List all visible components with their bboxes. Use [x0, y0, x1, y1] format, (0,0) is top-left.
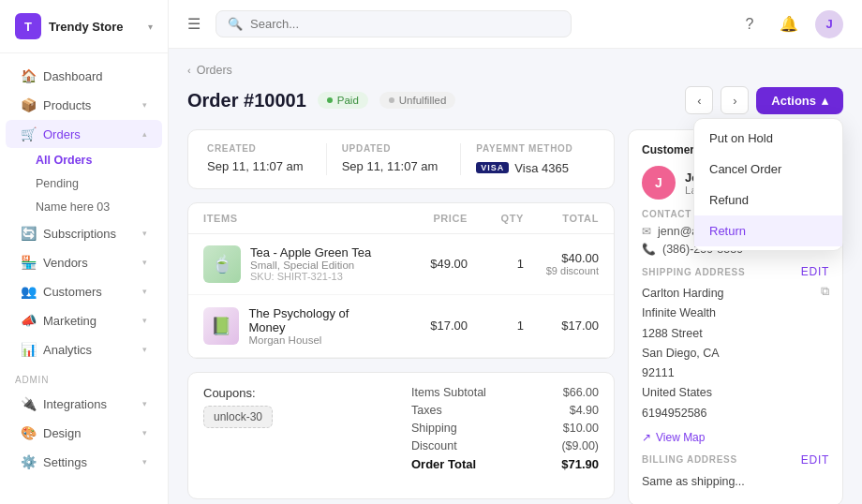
discount-value: ($9.00): [561, 439, 599, 452]
user-avatar[interactable]: J: [815, 10, 843, 38]
coupons-left: Coupons: unlock-30: [203, 386, 273, 428]
vendors-icon: 🏪: [21, 255, 36, 270]
view-map-link[interactable]: ↗ View Map: [642, 431, 829, 444]
shipping-label: Shipping: [411, 422, 457, 435]
sidebar-subitem-all-orders[interactable]: All Orders: [36, 149, 162, 171]
item-details: Tea - Apple Green Tea Small, Special Edi…: [250, 245, 371, 282]
prev-order-button[interactable]: ‹: [685, 86, 713, 114]
item-details: The Psychology of Money Morgan Housel: [248, 306, 383, 346]
chevron-down-icon: ▾: [142, 258, 147, 267]
analytics-icon: 📊: [21, 342, 36, 357]
table-row: 🍵 Tea - Apple Green Tea Small, Special E…: [188, 234, 614, 295]
settings-icon: ⚙️: [21, 454, 36, 469]
dropdown-item-cancel-order[interactable]: Cancel Order: [694, 154, 842, 185]
dropdown-item-refund[interactable]: Refund: [694, 185, 842, 215]
chevron-down-icon: ▾: [142, 100, 147, 110]
next-order-button[interactable]: ›: [721, 86, 749, 114]
sidebar-item-label: Integrations: [43, 397, 107, 411]
sidebar-item-settings[interactable]: ⚙️ Settings ▾: [6, 448, 162, 476]
sidebar-item-customers[interactable]: 👥 Customers ▾: [6, 277, 162, 305]
sidebar-item-design[interactable]: 🎨 Design ▾: [6, 419, 162, 447]
search-bar[interactable]: 🔍: [216, 10, 572, 37]
help-icon[interactable]: ?: [736, 11, 763, 37]
sidebar-item-subscriptions[interactable]: 🔄 Subscriptions ▾: [6, 219, 162, 247]
page-title: Order #10001: [187, 90, 306, 111]
sidebar-logo[interactable]: T Trendy Store ▾: [0, 0, 168, 53]
item-price: $49.00: [383, 257, 468, 271]
orders-submenu: All Orders Pending Name here 03: [0, 149, 168, 218]
page-header: Order #10001 Paid Unfulfilled ‹ › Action…: [187, 86, 843, 114]
taxes-value: $4.90: [570, 404, 599, 417]
actions-button[interactable]: Actions ▴: [756, 87, 843, 114]
admin-section-label: Admin: [0, 367, 168, 389]
dashboard-icon: 🏠: [21, 68, 36, 83]
breadcrumb[interactable]: ‹ Orders: [187, 64, 843, 77]
actions-dropdown: Put on Hold Cancel Order Refund Return: [693, 118, 843, 251]
customer-avatar: J: [642, 166, 676, 200]
dropdown-item-put-on-hold[interactable]: Put on Hold: [694, 123, 842, 154]
actions-chevron-icon: ▴: [822, 94, 828, 108]
marketing-icon: 📣: [21, 313, 36, 328]
back-arrow-icon: ‹: [187, 65, 191, 76]
sidebar-item-marketing[interactable]: 📣 Marketing ▾: [6, 306, 162, 334]
dropdown-item-return[interactable]: Return: [694, 215, 842, 246]
orders-icon: 🛒: [21, 126, 36, 141]
sidebar-item-label: Marketing: [43, 314, 97, 328]
sidebar-item-products[interactable]: 📦 Products ▾: [6, 91, 162, 119]
billing-title: BILLING ADDRESS: [642, 454, 737, 465]
subscriptions-icon: 🔄: [21, 226, 36, 241]
shipping-edit-link[interactable]: Edit: [801, 265, 829, 278]
shipping-address-text: Carlton Harding Infinite Wealth 1288 Str…: [642, 284, 724, 423]
subtotal-label: Items Subtotal: [411, 386, 486, 399]
info-card-created: CREATED Sep 11, 11:07 am: [207, 143, 327, 175]
page-title-area: Order #10001 Paid Unfulfilled: [187, 90, 455, 111]
store-avatar: T: [15, 13, 41, 39]
topbar-right: ? 🔔 J: [736, 10, 843, 38]
billing-address-text: Same as shipping...: [642, 472, 829, 492]
search-icon: 🔍: [228, 17, 243, 31]
info-card-payment: PAYEMNT METHOD VISA Visa 4365: [461, 143, 595, 175]
sidebar-subitem-pending[interactable]: Pending: [36, 172, 162, 195]
sidebar-item-label: Design: [43, 426, 81, 440]
table-row: 📗 The Psychology of Money Morgan Housel …: [188, 295, 614, 358]
sidebar-item-label: Subscriptions: [43, 227, 116, 241]
item-total: $17.00: [524, 319, 599, 333]
col-items: ITEMS: [203, 213, 383, 224]
sidebar: T Trendy Store ▾ 🏠 Dashboard 📦 Products …: [0, 0, 169, 504]
sidebar-subitem-name-here-03[interactable]: Name here 03: [36, 196, 162, 218]
design-icon: 🎨: [21, 425, 36, 440]
actions-dropdown-container: Actions ▴ Put on Hold Cancel Order Refun…: [756, 87, 843, 114]
main-content: ☰ 🔍 ? 🔔 J ‹ Orders Order #10001 Paid: [169, 0, 862, 504]
sidebar-item-integrations[interactable]: 🔌 Integrations ▾: [6, 390, 162, 418]
info-cards: CREATED Sep 11, 11:07 am UPDATED Sep 11,…: [187, 129, 615, 189]
shipping-address-row: Carlton Harding Infinite Wealth 1288 Str…: [642, 284, 829, 423]
notifications-icon[interactable]: 🔔: [776, 11, 802, 37]
order-total-row: Order Total $71.90: [411, 457, 599, 471]
discount-row: Discount ($9.00): [411, 439, 599, 452]
status-badge-unfulfilled: Unfulfilled: [379, 92, 456, 109]
item-info: 🍵 Tea - Apple Green Tea Small, Special E…: [203, 245, 383, 283]
col-price: PRICE: [383, 213, 468, 224]
sidebar-item-orders[interactable]: 🛒 Orders ▴: [6, 120, 162, 148]
topbar: ☰ 🔍 ? 🔔 J: [169, 0, 862, 49]
sidebar-item-dashboard[interactable]: 🏠 Dashboard: [6, 62, 162, 90]
billing-edit-link[interactable]: Edit: [801, 453, 829, 467]
chevron-down-icon: ▾: [142, 287, 147, 296]
sidebar-item-analytics[interactable]: 📊 Analytics ▾: [6, 335, 162, 363]
copy-address-icon[interactable]: ⧉: [821, 284, 829, 299]
sidebar-item-vendors[interactable]: 🏪 Vendors ▾: [6, 248, 162, 276]
store-name: Trendy Store: [49, 20, 123, 34]
search-input[interactable]: [250, 17, 559, 31]
info-card-updated: UPDATED Sep 11, 11:07 am: [327, 143, 462, 175]
hamburger-icon[interactable]: ☰: [187, 15, 201, 33]
items-table-header: ITEMS PRICE QTY TOTAL: [188, 203, 614, 234]
shipping-row: Shipping $10.00: [411, 422, 599, 435]
item-name: The Psychology of Money: [248, 306, 383, 334]
item-total: $40.00 $9 discount: [524, 251, 599, 276]
content-main: CREATED Sep 11, 11:07 am UPDATED Sep 11,…: [187, 129, 615, 504]
updated-label: UPDATED: [342, 143, 446, 154]
chevron-up-icon: ▴: [142, 129, 147, 139]
totals: Items Subtotal $66.00 Taxes $4.90 Shippi…: [411, 386, 599, 476]
sidebar-nav: 🏠 Dashboard 📦 Products ▾ 🛒 Orders ▴ All …: [0, 53, 168, 504]
order-total-value: $71.90: [561, 457, 599, 471]
